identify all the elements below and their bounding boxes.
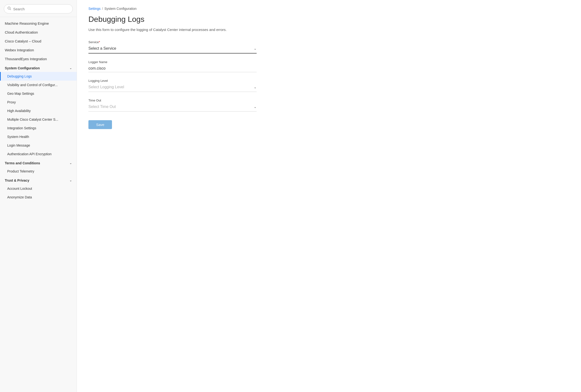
page-title: Debugging Logs [88,15,570,24]
sidebar-item-label: Login Message [7,144,30,147]
chevron-down-icon: ⌄ [70,66,72,70]
breadcrumb-current: System Configuration [104,7,136,10]
sidebar-item-thousandeyes-integration[interactable]: ThousandEyes Integration [0,54,77,63]
service-field-group: Service* Select a Service ⌄ [88,40,256,53]
timeout-select-wrapper[interactable]: Select Time Out ⌄ [88,104,256,112]
search-input[interactable] [13,7,69,11]
sidebar-section-terms-conditions[interactable]: Terms and Conditions ⌄ [0,158,77,167]
chevron-down-icon: ⌄ [70,162,72,165]
timeout-select[interactable]: Select Time Out ⌄ [88,104,256,110]
sidebar-item-label: High Availability [7,109,31,113]
logging-level-select-wrapper[interactable]: Select Logging Level ⌄ [88,84,256,92]
sidebar-item-geo-map-settings[interactable]: Geo Map Settings [0,89,77,98]
service-label: Service* [88,40,256,44]
nav-list: Machine Reasoning Engine Cloud Authentic… [0,17,77,203]
sidebar-item-cloud-authentication[interactable]: Cloud Authentication [0,28,77,37]
section-label: System Configuration [5,66,40,70]
breadcrumb-settings-link[interactable]: Settings [88,7,101,10]
required-indicator: * [99,40,100,44]
search-icon [8,6,11,11]
save-button[interactable]: Save [88,120,112,129]
sidebar-item-account-lockout[interactable]: Account Lockout [0,184,77,193]
breadcrumb: Settings / System Configuration [88,7,570,10]
sidebar-item-label: Product Telemetry [7,169,34,173]
logger-name-label: Logger Name [88,60,256,64]
service-select-value: Select a Service [88,46,116,51]
sidebar-item-label: Geo Map Settings [7,92,34,95]
sidebar-item-system-health[interactable]: System Health [0,132,77,141]
sidebar-item-label: Multiple Cisco Catalyst Center S... [7,118,58,121]
sidebar-item-webex-integration[interactable]: Webex Integration [0,46,77,54]
sidebar-item-label: Anonymize Data [7,195,32,199]
sidebar-item-machine-reasoning[interactable]: Machine Reasoning Engine [0,19,77,28]
breadcrumb-separator: / [102,7,103,10]
sidebar-item-proxy[interactable]: Proxy [0,98,77,107]
logger-name-input[interactable] [88,65,256,72]
sidebar-item-label: Cloud Authentication [5,30,38,34]
logging-level-label: Logging Level [88,79,256,83]
main-content: Settings / System Configuration Debuggin… [77,0,581,392]
chevron-down-icon: ⌄ [254,46,256,50]
sidebar-item-label: Debugging Logs [7,74,32,78]
page-description: Use this form to configure the logging o… [88,27,570,33]
sidebar-section-system-configuration[interactable]: System Configuration ⌄ [0,63,77,72]
sidebar-item-integration-settings[interactable]: Integration Settings [0,124,77,132]
sidebar-item-label: Proxy [7,100,16,104]
sidebar-item-label: Webex Integration [5,48,34,52]
sidebar-item-label: System Health [7,135,29,139]
service-select-wrapper[interactable]: Select a Service ⌄ [88,45,256,53]
sidebar-item-cisco-catalyst-cloud[interactable]: Cisco Catalyst – Cloud [0,37,77,46]
sidebar-item-label: Machine Reasoning Engine [5,21,49,25]
sidebar-item-label: ThousandEyes Integration [5,57,47,61]
chevron-down-icon: ⌄ [254,85,256,89]
logging-level-select[interactable]: Select Logging Level ⌄ [88,84,256,90]
sidebar-item-label: Authentication API Encryption [7,152,52,156]
sidebar: Machine Reasoning Engine Cloud Authentic… [0,0,77,392]
section-label: Terms and Conditions [5,161,40,165]
sidebar-item-visibility-control[interactable]: Visibility and Control of Configur... [0,81,77,89]
sidebar-item-anonymize-data[interactable]: Anonymize Data [0,193,77,201]
sidebar-item-product-telemetry[interactable]: Product Telemetry [0,167,77,176]
timeout-label: Time Out [88,99,256,102]
sidebar-item-authentication-api[interactable]: Authentication API Encryption [0,150,77,158]
sidebar-item-debugging-logs[interactable]: Debugging Logs [0,72,77,81]
section-label: Trust & Privacy [5,179,29,182]
logger-name-field-group: Logger Name [88,60,256,72]
service-select[interactable]: Select a Service ⌄ [88,45,256,52]
search-container [0,0,77,17]
sidebar-item-label: Integration Settings [7,126,36,130]
sidebar-section-trust-privacy[interactable]: Trust & Privacy ⌄ [0,176,77,184]
sidebar-item-login-message[interactable]: Login Message [0,141,77,150]
sidebar-item-label: Account Lockout [7,187,32,191]
logging-level-select-value: Select Logging Level [88,85,124,89]
sidebar-item-label: Cisco Catalyst – Cloud [5,39,41,43]
timeout-field-group: Time Out Select Time Out ⌄ [88,99,256,112]
timeout-select-value: Select Time Out [88,105,116,109]
svg-line-1 [10,9,11,10]
search-box[interactable] [4,4,73,13]
sidebar-item-multiple-cisco[interactable]: Multiple Cisco Catalyst Center S... [0,115,77,124]
logger-name-input-wrapper [88,65,256,72]
sidebar-item-high-availability[interactable]: High Availability [0,107,77,115]
sidebar-item-label: Visibility and Control of Configur... [7,83,58,87]
logging-level-field-group: Logging Level Select Logging Level ⌄ [88,79,256,92]
chevron-down-icon: ⌄ [70,179,72,182]
chevron-down-icon: ⌄ [254,105,256,109]
